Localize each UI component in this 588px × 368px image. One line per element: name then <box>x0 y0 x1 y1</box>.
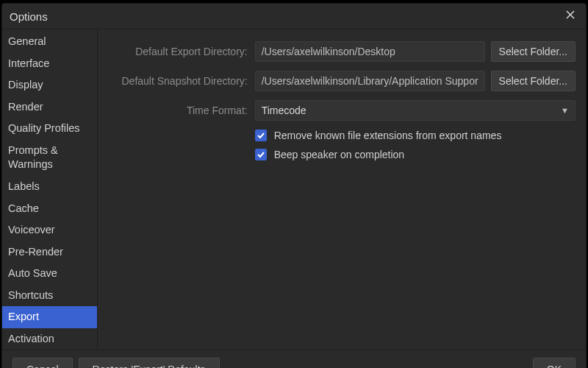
sidebar-item-interface[interactable]: Interface <box>2 53 97 75</box>
ok-button[interactable]: OK <box>533 358 576 368</box>
remove-extensions-label: Remove known file extensions from export… <box>274 130 502 141</box>
sidebar: General Interface Display Render Quality… <box>2 29 98 350</box>
sidebar-item-label: Activation <box>8 333 54 344</box>
sidebar-item-label: Pre-Render <box>8 246 63 258</box>
sidebar-item-general[interactable]: General <box>2 31 97 53</box>
restore-defaults-button[interactable]: Restore 'Export' Defaults <box>79 358 220 368</box>
dialog-body: General Interface Display Render Quality… <box>2 29 586 350</box>
sidebar-item-activation[interactable]: Activation <box>2 328 97 350</box>
sidebar-item-label: Auto Save <box>8 267 57 279</box>
sidebar-item-label: Cache <box>8 202 39 214</box>
sidebar-item-label: Prompts & Warnings <box>8 144 58 171</box>
sidebar-item-labels[interactable]: Labels <box>2 176 97 198</box>
sidebar-item-label: Quality Profiles <box>8 122 80 134</box>
remove-extensions-checkbox[interactable] <box>255 130 267 141</box>
sidebar-item-auto-save[interactable]: Auto Save <box>2 263 97 285</box>
cancel-button[interactable]: Cancel <box>12 358 73 368</box>
sidebar-item-render[interactable]: Render <box>2 96 97 118</box>
row-beep-completion: Beep speaker on completion <box>108 149 576 160</box>
sidebar-item-shortcuts[interactable]: Shortcuts <box>2 285 97 307</box>
snapshot-directory-input[interactable]: /Users/axelwilkinson/Library/Application… <box>255 71 485 91</box>
beep-completion-checkbox[interactable] <box>255 149 267 160</box>
export-directory-select-button[interactable]: Select Folder... <box>491 41 576 62</box>
sidebar-item-display[interactable]: Display <box>2 74 97 96</box>
time-format-value: Timecode <box>262 105 306 116</box>
titlebar: Options <box>2 4 586 29</box>
close-icon[interactable] <box>562 8 578 24</box>
sidebar-item-pre-render[interactable]: Pre-Render <box>2 241 97 263</box>
sidebar-item-label: Shortcuts <box>8 289 53 301</box>
sidebar-item-cache[interactable]: Cache <box>2 198 97 220</box>
snapshot-directory-label: Default Snapshot Directory: <box>108 75 255 87</box>
chevron-down-icon: ▼ <box>561 106 569 115</box>
row-snapshot-directory: Default Snapshot Directory: /Users/axelw… <box>108 71 576 91</box>
time-format-select[interactable]: Timecode ▼ <box>255 100 576 121</box>
row-time-format: Time Format: Timecode ▼ <box>108 100 576 121</box>
sidebar-item-label: Voiceover <box>8 224 55 236</box>
sidebar-item-voiceover[interactable]: Voiceover <box>2 219 97 241</box>
options-dialog: Options General Interface Display Render… <box>1 3 587 368</box>
row-export-directory: Default Export Directory: /Users/axelwil… <box>108 41 576 62</box>
export-directory-input[interactable]: /Users/axelwilkinson/Desktop <box>255 41 485 62</box>
sidebar-item-quality-profiles[interactable]: Quality Profiles <box>2 118 97 140</box>
sidebar-item-label: Display <box>8 79 43 91</box>
sidebar-item-label: Labels <box>8 180 40 192</box>
content-panel: Default Export Directory: /Users/axelwil… <box>98 29 586 350</box>
sidebar-item-label: Render <box>8 101 43 113</box>
window-title: Options <box>10 10 48 23</box>
sidebar-item-label: Export <box>8 311 39 322</box>
sidebar-item-label: General <box>8 35 46 47</box>
time-format-label: Time Format: <box>108 105 255 116</box>
sidebar-item-export[interactable]: Export <box>2 306 97 328</box>
sidebar-item-prompts-warnings[interactable]: Prompts & Warnings <box>2 140 97 176</box>
snapshot-directory-select-button[interactable]: Select Folder... <box>491 71 576 91</box>
footer: Cancel Restore 'Export' Defaults OK <box>2 350 586 368</box>
beep-completion-label: Beep speaker on completion <box>274 149 404 160</box>
export-directory-label: Default Export Directory: <box>108 46 255 57</box>
row-remove-extensions: Remove known file extensions from export… <box>108 130 576 141</box>
sidebar-item-label: Interface <box>8 57 49 69</box>
